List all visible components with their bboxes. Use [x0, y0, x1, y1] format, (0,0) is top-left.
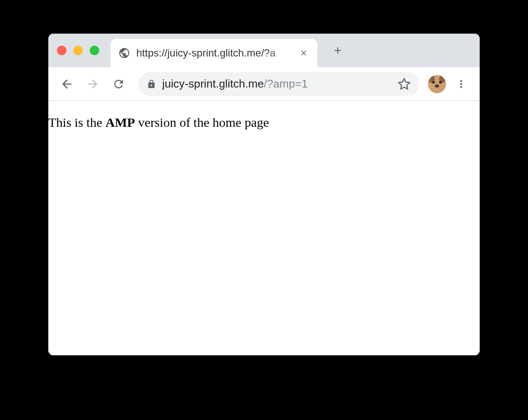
toolbar: juicy-sprint.glitch.me/?amp=1 — [48, 67, 480, 101]
tab-close-button[interactable] — [298, 47, 310, 59]
window-maximize-button[interactable] — [90, 46, 99, 55]
reload-button[interactable] — [108, 73, 129, 95]
body-text: This is the AMP version of the home page — [48, 114, 480, 132]
lock-icon — [147, 79, 156, 89]
back-button[interactable] — [56, 73, 78, 95]
tab-bar: https://juicy-sprint.glitch.me/?a — [48, 34, 480, 67]
forward-button[interactable] — [82, 73, 104, 95]
browser-window: https://juicy-sprint.glitch.me/?a juicy-… — [48, 34, 480, 355]
url-host: juicy-sprint.glitch.me — [162, 77, 264, 90]
profile-avatar[interactable] — [428, 75, 446, 93]
globe-icon — [118, 47, 130, 59]
tab-title: https://juicy-sprint.glitch.me/?a — [136, 47, 298, 59]
window-close-button[interactable] — [57, 46, 66, 55]
dog-avatar-icon — [428, 75, 446, 93]
url-path: /?amp=1 — [264, 77, 308, 90]
browser-tab[interactable]: https://juicy-sprint.glitch.me/?a — [110, 39, 317, 67]
new-tab-button[interactable] — [327, 40, 349, 61]
window-minimize-button[interactable] — [73, 46, 83, 55]
address-bar[interactable]: juicy-sprint.glitch.me/?amp=1 — [138, 72, 419, 96]
page-content: This is the AMP version of the home page — [48, 101, 480, 355]
bookmark-button[interactable] — [398, 78, 411, 91]
menu-button[interactable] — [450, 73, 472, 95]
body-text-bold: AMP — [106, 115, 135, 129]
body-text-suffix: version of the home page — [135, 115, 269, 129]
url-text: juicy-sprint.glitch.me/?amp=1 — [162, 77, 392, 91]
body-text-prefix: This is the — [48, 115, 106, 129]
window-controls — [57, 46, 99, 55]
